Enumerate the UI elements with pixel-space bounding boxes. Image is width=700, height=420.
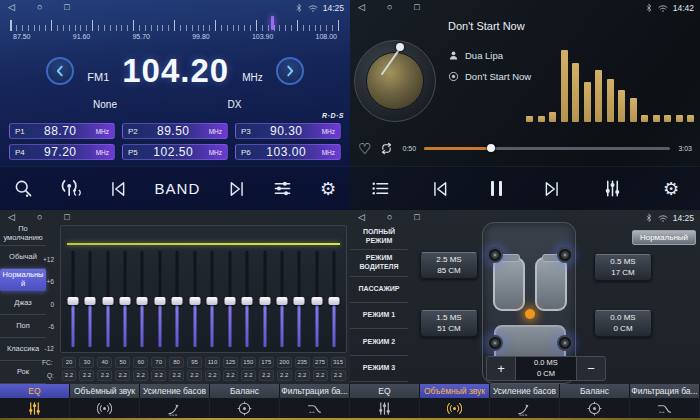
- delay-button-front-right[interactable]: 0.5 MS17 CM: [594, 254, 652, 281]
- eq-band-slider[interactable]: [308, 251, 325, 347]
- tab-filtering[interactable]: Фильтрация ба...: [630, 384, 700, 398]
- eq-band-slider[interactable]: [81, 251, 98, 347]
- scan-button[interactable]: [60, 178, 81, 199]
- eq-band-slider[interactable]: [256, 251, 273, 347]
- eq-icon[interactable]: [350, 398, 420, 418]
- eq-band-slider[interactable]: [134, 251, 151, 347]
- surround-sound-icon[interactable]: [70, 398, 140, 418]
- preset-button-p5[interactable]: P5102.50MHz: [122, 144, 228, 160]
- filtering-icon[interactable]: [280, 398, 350, 418]
- eq-band-slider[interactable]: [99, 251, 116, 347]
- pty-selector[interactable]: None: [93, 99, 117, 110]
- tab-filtering[interactable]: Фильтрация ба...: [280, 384, 350, 398]
- eq-band-slider[interactable]: [326, 251, 343, 347]
- eq-band-slider[interactable]: [169, 251, 186, 347]
- slider-handle[interactable]: [67, 297, 78, 305]
- mode-2[interactable]: РЕЖИМ ВОДИТЕЛЯ: [350, 250, 408, 276]
- nav-back-icon[interactable]: ◁: [8, 2, 15, 13]
- slider-handle[interactable]: [189, 297, 200, 305]
- tab-eq[interactable]: EQ: [0, 384, 70, 398]
- settings-button[interactable]: ⚙: [320, 180, 336, 198]
- nav-back-icon[interactable]: ◁: [358, 2, 365, 13]
- filtering-icon[interactable]: [630, 398, 700, 418]
- slider-handle[interactable]: [294, 297, 305, 305]
- mode-5[interactable]: РЕЖИМ 2: [350, 329, 408, 355]
- previous-station-button[interactable]: [109, 180, 127, 198]
- tab-bass-boost[interactable]: Усиление басов: [490, 384, 560, 398]
- tab-balance[interactable]: Баланс: [560, 384, 630, 398]
- pause-button[interactable]: [491, 181, 502, 196]
- tab-bass-boost[interactable]: Усиление басов: [140, 384, 210, 398]
- tab-eq[interactable]: EQ: [350, 384, 420, 398]
- eq-preset-1[interactable]: По умолчанию: [0, 223, 46, 246]
- nav-recents-icon[interactable]: □: [64, 212, 69, 223]
- eq-band-slider[interactable]: [186, 251, 203, 347]
- nav-home-icon[interactable]: ○: [37, 212, 42, 223]
- settings-button[interactable]: ⚙: [663, 180, 679, 198]
- balance-icon[interactable]: [210, 398, 280, 418]
- nav-home-icon[interactable]: ○: [387, 2, 392, 13]
- slider-handle[interactable]: [120, 297, 131, 305]
- eq-band-slider[interactable]: [291, 251, 308, 347]
- next-track-button[interactable]: [543, 180, 561, 198]
- nav-recents-icon[interactable]: □: [414, 212, 419, 223]
- nav-recents-icon[interactable]: □: [414, 2, 419, 13]
- slider-handle[interactable]: [172, 297, 183, 305]
- nav-back-icon[interactable]: ◁: [358, 212, 365, 223]
- nav-home-icon[interactable]: ○: [37, 2, 42, 13]
- nav-recents-icon[interactable]: □: [64, 2, 69, 13]
- progress-thumb[interactable]: [487, 144, 495, 152]
- nav-home-icon[interactable]: ○: [387, 212, 392, 223]
- delay-decrease-button[interactable]: −: [577, 357, 605, 380]
- preset-button-p6[interactable]: P6103.00MHz: [235, 144, 341, 160]
- surround-preset-button[interactable]: Нормальный: [632, 230, 696, 245]
- tab-surround-sound[interactable]: Объёмный звук: [70, 384, 140, 398]
- tune-up-button[interactable]: [276, 57, 304, 85]
- tune-down-button[interactable]: [46, 57, 74, 85]
- slider-handle[interactable]: [207, 297, 218, 305]
- frequency-ruler[interactable]: [10, 18, 340, 31]
- delay-button-rear-right[interactable]: 0.0 MS0 CM: [594, 310, 652, 337]
- slider-handle[interactable]: [102, 297, 113, 305]
- mode-1[interactable]: ПОЛНЫЙ РЕЖИМ: [350, 224, 408, 250]
- delay-button-rear-left[interactable]: 1.5 MS51 CM: [420, 310, 478, 337]
- slider-handle[interactable]: [276, 297, 287, 305]
- slider-handle[interactable]: [137, 297, 148, 305]
- eq-band-slider[interactable]: [64, 251, 81, 347]
- previous-track-button[interactable]: [431, 180, 449, 198]
- eq-band-slider[interactable]: [273, 251, 290, 347]
- slider-handle[interactable]: [242, 297, 253, 305]
- eq-band-slider[interactable]: [221, 251, 238, 347]
- bass-boost-icon[interactable]: [490, 398, 560, 418]
- preset-button-p1[interactable]: P188.70MHz: [9, 123, 115, 139]
- eq-band-slider[interactable]: [204, 251, 221, 347]
- delay-button-front-left[interactable]: 2.5 MS85 CM: [420, 252, 478, 279]
- slider-handle[interactable]: [259, 297, 270, 305]
- slider-handle[interactable]: [154, 297, 165, 305]
- band-button[interactable]: BAND: [155, 180, 201, 197]
- dx-toggle[interactable]: DX: [228, 99, 242, 110]
- eq-band-slider[interactable]: [151, 251, 168, 347]
- favorite-button[interactable]: ♡: [358, 141, 371, 156]
- bass-boost-icon[interactable]: [140, 398, 210, 418]
- nav-back-icon[interactable]: ◁: [8, 212, 15, 223]
- delay-increase-button[interactable]: +: [487, 357, 515, 380]
- preset-button-p4[interactable]: P497.20MHz: [9, 144, 115, 160]
- mode-4[interactable]: РЕЖИМ 1: [350, 303, 408, 329]
- eq-preset-7[interactable]: Рок: [0, 361, 46, 384]
- tab-balance[interactable]: Баланс: [210, 384, 280, 398]
- preset-button-p2[interactable]: P289.50MHz: [122, 123, 228, 139]
- audio-settings-button[interactable]: [603, 179, 622, 198]
- slider-handle[interactable]: [224, 297, 235, 305]
- eq-icon[interactable]: [0, 398, 70, 418]
- slider-handle[interactable]: [85, 297, 96, 305]
- audio-settings-button[interactable]: [273, 179, 292, 198]
- progress-bar[interactable]: [424, 147, 670, 150]
- slider-handle[interactable]: [329, 297, 340, 305]
- slider-handle[interactable]: [311, 297, 322, 305]
- repeat-button[interactable]: [379, 142, 394, 155]
- next-station-button[interactable]: [228, 180, 246, 198]
- preset-button-p3[interactable]: P390.30MHz: [235, 123, 341, 139]
- surround-sound-icon[interactable]: [420, 398, 490, 418]
- search-button[interactable]: [14, 179, 33, 198]
